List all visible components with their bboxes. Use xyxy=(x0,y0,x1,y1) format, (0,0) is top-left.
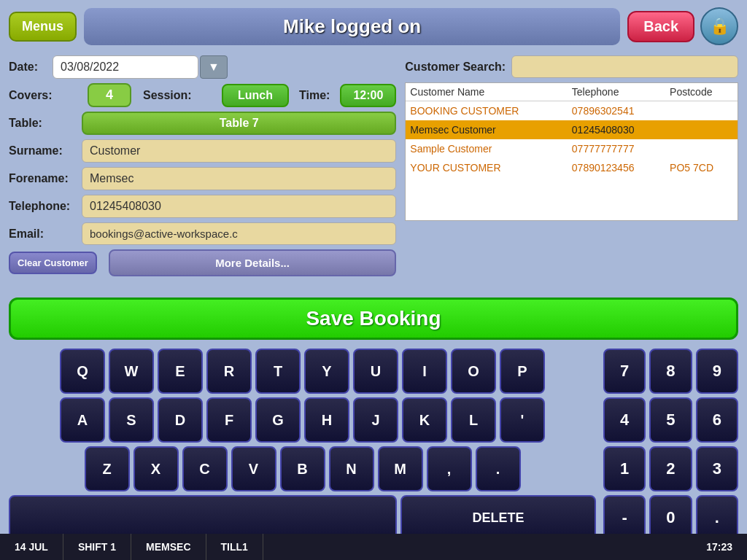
customer-cell-postcode xyxy=(665,139,738,158)
table-value[interactable]: Table 7 xyxy=(82,112,396,135)
telephone-input[interactable] xyxy=(82,195,396,218)
back-button[interactable]: Back xyxy=(627,11,694,42)
customer-cell-postcode xyxy=(665,101,738,121)
forename-row: Forename: xyxy=(9,167,396,190)
key-p[interactable]: P xyxy=(500,349,545,394)
key-q[interactable]: Q xyxy=(60,349,105,394)
key-g[interactable]: G xyxy=(255,397,301,443)
key-u[interactable]: U xyxy=(353,349,398,394)
key-row-2: ZXCVBNM,. xyxy=(9,446,596,491)
time-label: Time: xyxy=(299,89,330,102)
status-bar: 14 JUL SHIFT 1 MEMSEC TILL1 17:23 xyxy=(0,534,747,560)
date-dropdown-arrow[interactable]: ▼ xyxy=(200,55,228,79)
key-v[interactable]: V xyxy=(231,446,276,491)
table-row-form: Table: Table 7 xyxy=(9,112,396,135)
status-system: MEMSEC xyxy=(131,534,206,560)
telephone-row: Telephone: xyxy=(9,195,396,218)
session-value[interactable]: Lunch xyxy=(222,84,289,107)
session-label: Session: xyxy=(143,89,216,102)
key-k[interactable]: K xyxy=(402,397,447,443)
numpad-row-0: 789 xyxy=(603,349,738,394)
forename-input[interactable] xyxy=(82,167,396,190)
email-input[interactable] xyxy=(82,222,396,245)
clear-customer-button[interactable]: Clear Customer xyxy=(9,252,97,275)
header-title: Mike logged on xyxy=(84,8,620,45)
telephone-label: Telephone: xyxy=(9,200,82,213)
header: Menus Mike logged on Back 🔒 xyxy=(0,0,747,52)
customer-search-input[interactable] xyxy=(511,55,738,78)
numpad-key-5[interactable]: 5 xyxy=(649,397,692,443)
customer-search-label: Customer Search: xyxy=(405,61,506,74)
key-t[interactable]: T xyxy=(255,349,301,394)
right-panel: Customer Search: Customer Name Telephone… xyxy=(405,55,738,290)
customer-table-row[interactable]: Sample Customer07777777777 xyxy=(406,139,738,158)
key-c[interactable]: C xyxy=(182,446,228,491)
date-label: Date: xyxy=(9,61,53,74)
customer-table: Customer Name Telephone Postcode BOOKING… xyxy=(406,83,738,177)
numpad-row-1: 456 xyxy=(603,397,738,443)
status-till: TILL1 xyxy=(206,534,263,560)
customer-cell-name: Sample Customer xyxy=(406,139,568,158)
key-m[interactable]: M xyxy=(378,446,423,491)
key-d[interactable]: D xyxy=(158,397,203,443)
covers-value[interactable]: 4 xyxy=(88,83,131,107)
col-name: Customer Name xyxy=(406,83,568,101)
customer-cell-postcode xyxy=(665,120,738,139)
covers-session-row: Covers: 4 Session: Lunch Time: 12:00 xyxy=(9,83,396,107)
key-o[interactable]: O xyxy=(451,349,496,394)
surname-input[interactable] xyxy=(82,139,396,163)
save-booking-button[interactable]: Save Booking xyxy=(9,298,738,340)
numpad-key-1[interactable]: 1 xyxy=(603,446,646,491)
menus-button[interactable]: Menus xyxy=(9,12,77,42)
forename-label: Forename: xyxy=(9,172,82,185)
key-b[interactable]: B xyxy=(280,446,325,491)
key-r[interactable]: R xyxy=(206,349,252,394)
email-label: Email: xyxy=(9,228,82,241)
numpad-key-9[interactable]: 9 xyxy=(696,349,738,394)
key-y[interactable]: Y xyxy=(304,349,349,394)
col-postcode: Postcode xyxy=(665,83,738,101)
numpad-key-8[interactable]: 8 xyxy=(649,349,692,394)
date-row: Date: ▼ xyxy=(9,55,396,79)
date-input[interactable] xyxy=(53,55,198,79)
numpad-key-7[interactable]: 7 xyxy=(603,349,646,394)
key-l[interactable]: L xyxy=(451,397,496,443)
key-.[interactable]: . xyxy=(476,446,521,491)
status-date: 14 JUL xyxy=(0,534,63,560)
key-a[interactable]: A xyxy=(60,397,105,443)
key-s[interactable]: S xyxy=(109,397,154,443)
customer-cell-telephone: 01245408030 xyxy=(568,120,665,139)
keyboard-section: QWERTYUIOPASDFGHJKL'ZXCVBNM,.DELETE 7894… xyxy=(0,344,747,548)
key-j[interactable]: J xyxy=(353,397,398,443)
time-value[interactable]: 12:00 xyxy=(340,84,396,107)
key-,[interactable]: , xyxy=(427,446,472,491)
covers-label: Covers: xyxy=(9,89,82,102)
customer-table-row[interactable]: Memsec Customer01245408030 xyxy=(406,120,738,139)
numpad-key-2[interactable]: 2 xyxy=(649,446,692,491)
lock-button[interactable]: 🔒 xyxy=(700,7,738,45)
keyboard-main: QWERTYUIOPASDFGHJKL'ZXCVBNM,.DELETE xyxy=(9,349,596,544)
key-'[interactable]: ' xyxy=(500,397,545,443)
customer-cell-name: YOUR CUSTOMER xyxy=(406,158,568,177)
customer-cell-name: Memsec Customer xyxy=(406,120,568,139)
customer-cell-name: BOOKING CUSTOMER xyxy=(406,101,568,121)
key-e[interactable]: E xyxy=(158,349,203,394)
key-i[interactable]: I xyxy=(402,349,447,394)
customer-table-row[interactable]: YOUR CUSTOMER07890123456PO5 7CD xyxy=(406,158,738,177)
more-details-button[interactable]: More Details... xyxy=(109,249,397,276)
customer-cell-postcode: PO5 7CD xyxy=(665,158,738,177)
key-x[interactable]: X xyxy=(133,446,179,491)
key-w[interactable]: W xyxy=(109,349,154,394)
key-h[interactable]: H xyxy=(304,397,349,443)
numpad-key-4[interactable]: 4 xyxy=(603,397,646,443)
key-z[interactable]: Z xyxy=(85,446,130,491)
customer-table-row[interactable]: BOOKING CUSTOMER07896302541 xyxy=(406,101,738,121)
surname-label: Surname: xyxy=(9,144,82,158)
keyboard-numpad: 789456123-0. xyxy=(603,349,738,544)
key-n[interactable]: N xyxy=(329,446,374,491)
numpad-key-6[interactable]: 6 xyxy=(696,397,738,443)
customer-cell-telephone: 07777777777 xyxy=(568,139,665,158)
key-f[interactable]: F xyxy=(206,397,252,443)
numpad-key-3[interactable]: 3 xyxy=(696,446,738,491)
customer-table-wrapper: Customer Name Telephone Postcode BOOKING… xyxy=(405,82,738,221)
